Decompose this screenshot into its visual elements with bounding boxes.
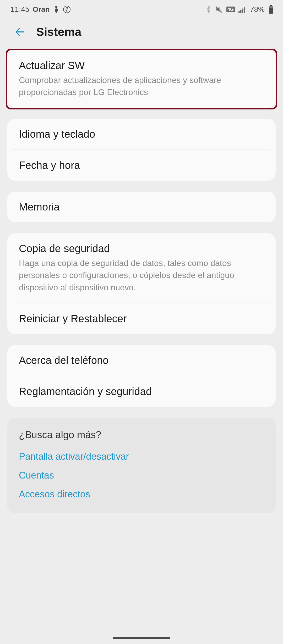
setting-title: Fecha y hora	[19, 159, 264, 171]
setting-language-keyboard[interactable]: Idioma y teclado	[7, 119, 276, 149]
home-indicator[interactable]	[113, 637, 170, 639]
setting-title: Acerca del teléfono	[19, 354, 264, 366]
svg-rect-7	[244, 7, 245, 13]
setting-regulation-security[interactable]: Reglamentación y seguridad	[7, 376, 276, 407]
svg-rect-5	[240, 10, 242, 13]
settings-group-0: Actualizar SW Comprobar actualizaciones …	[7, 50, 276, 108]
svg-point-2	[67, 7, 68, 8]
status-left: 11:45 Oran	[10, 5, 71, 14]
setting-title: Reiniciar y Restablecer	[19, 313, 264, 325]
svg-rect-10	[269, 6, 273, 8]
status-time: 11:45	[10, 5, 30, 14]
svg-point-0	[55, 6, 58, 8]
bluetooth-icon	[205, 5, 211, 14]
settings-group-3: Copia de seguridad Haga una copia de seg…	[7, 233, 276, 334]
setting-date-time[interactable]: Fecha y hora	[7, 150, 276, 181]
status-right: 4G 78%	[205, 5, 274, 14]
status-carrier: Oran	[33, 5, 50, 14]
setting-desc: Comprobar actualizaciones de aplicacione…	[19, 74, 264, 98]
setting-title: Memoria	[19, 201, 264, 213]
content-area: Actualizar SW Comprobar actualizaciones …	[0, 49, 283, 513]
footer-card: ¿Busca algo más? Pantalla activar/desact…	[7, 418, 276, 513]
setting-update-sw[interactable]: Actualizar SW Comprobar actualizaciones …	[7, 50, 276, 108]
settings-group-2: Memoria	[7, 192, 276, 222]
svg-rect-6	[242, 9, 243, 13]
setting-title: Reglamentación y seguridad	[19, 386, 264, 397]
footer-link-screen-toggle[interactable]: Pantalla activar/desactivar	[19, 451, 264, 462]
signal-icon	[238, 6, 246, 13]
settings-group-1: Idioma y teclado Fecha y hora	[7, 119, 276, 181]
network-4g-badge: 4G	[226, 7, 235, 12]
footer-title: ¿Busca algo más?	[19, 429, 264, 441]
footer-link-accounts[interactable]: Cuentas	[19, 470, 264, 481]
svg-rect-4	[238, 11, 240, 13]
battery-percent: 78%	[250, 5, 265, 14]
setting-title: Copia de seguridad	[19, 243, 264, 254]
setting-about-phone[interactable]: Acerca del teléfono	[7, 345, 276, 376]
settings-group-4: Acerca del teléfono Reglamentación y seg…	[7, 345, 276, 407]
back-icon[interactable]	[15, 26, 26, 38]
setting-title: Idioma y teclado	[19, 128, 264, 140]
svg-rect-8	[270, 5, 272, 6]
setting-memory[interactable]: Memoria	[7, 192, 276, 222]
setting-backup[interactable]: Copia de seguridad Haga una copia de seg…	[7, 233, 276, 303]
setting-restart-reset[interactable]: Reiniciar y Restablecer	[7, 303, 276, 334]
header-bar: Sistema	[0, 19, 283, 50]
highlight-frame: Actualizar SW Comprobar actualizaciones …	[6, 49, 277, 109]
battery-icon	[268, 5, 274, 14]
mute-icon	[215, 5, 223, 13]
setting-title: Actualizar SW	[19, 60, 264, 71]
status-bar: 11:45 Oran 4G 78%	[0, 0, 283, 19]
setting-desc: Haga una copia de seguridad de datos, ta…	[19, 257, 264, 293]
pregnant-icon	[53, 5, 60, 13]
page-title: Sistema	[36, 25, 81, 39]
running-icon	[63, 5, 71, 13]
footer-link-shortcuts[interactable]: Accesos directos	[19, 489, 264, 500]
